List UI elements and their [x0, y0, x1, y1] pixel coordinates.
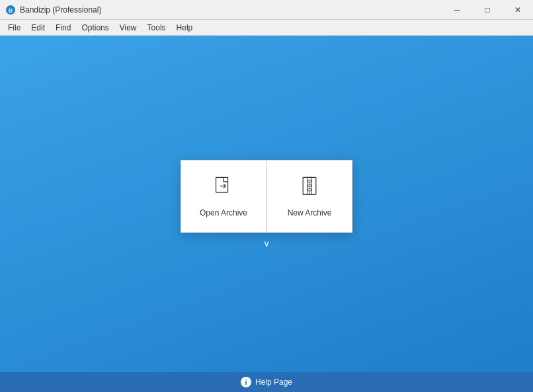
title-bar-buttons: ─ □ ✕ [442, 0, 533, 20]
new-archive-label: New Archive [288, 208, 332, 217]
app-icon: B [5, 5, 16, 15]
menu-bar: FileEditFindOptionsViewToolsHelp [0, 20, 533, 36]
main-content: Open Archive New Archive ∨ [0, 36, 533, 372]
svg-rect-9 [308, 188, 311, 190]
svg-rect-8 [308, 184, 311, 186]
menu-item-edit[interactable]: Edit [26, 20, 50, 35]
menu-item-find[interactable]: Find [50, 20, 76, 35]
card-container: Open Archive New Archive [181, 160, 352, 233]
svg-rect-7 [308, 180, 311, 182]
menu-item-options[interactable]: Options [76, 20, 114, 35]
title-bar: B Bandizip (Professional) ─ □ ✕ [0, 0, 533, 20]
svg-rect-2 [216, 177, 228, 192]
new-archive-icon [298, 175, 321, 202]
menu-item-file[interactable]: File [3, 20, 26, 35]
close-button[interactable]: ✕ [503, 0, 533, 20]
title-bar-title: Bandizip (Professional) [20, 5, 101, 15]
title-bar-left: B Bandizip (Professional) [5, 5, 101, 15]
open-archive-icon [212, 175, 235, 202]
expand-chevron[interactable]: ∨ [263, 238, 270, 249]
minimize-button[interactable]: ─ [442, 0, 472, 20]
help-info-icon: i [241, 377, 251, 387]
svg-text:B: B [9, 7, 13, 14]
menu-item-tools[interactable]: Tools [142, 20, 171, 35]
new-archive-card[interactable]: New Archive [266, 160, 352, 233]
status-bar: i Help Page [0, 372, 533, 392]
menu-item-help[interactable]: Help [171, 20, 198, 35]
maximize-button[interactable]: □ [472, 0, 503, 20]
open-archive-label: Open Archive [200, 208, 247, 217]
open-archive-card[interactable]: Open Archive [181, 160, 266, 233]
menu-item-view[interactable]: View [114, 20, 142, 35]
help-page-link[interactable]: Help Page [255, 377, 292, 387]
